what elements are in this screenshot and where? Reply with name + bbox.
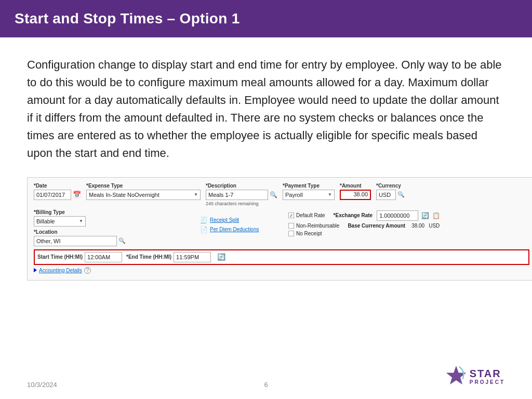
- form-row-1: *Date 01/07/2017 📅 *Expense Type Meals I…: [34, 183, 529, 206]
- copy-icon[interactable]: 📋: [432, 212, 440, 219]
- receipt-split-icon: 🧾: [200, 217, 208, 224]
- start-time-input[interactable]: 12:00AM: [85, 252, 122, 262]
- form-mockup: *Date 01/07/2017 📅 *Expense Type Meals I…: [27, 177, 532, 281]
- amount-input[interactable]: 38.00: [340, 190, 371, 200]
- no-receipt-checkbox[interactable]: [288, 231, 294, 236]
- payment-type-select[interactable]: Payroll: [283, 190, 335, 200]
- amount-field: *Amount 38.00: [340, 183, 371, 200]
- currency-search-icon[interactable]: 🔍: [397, 191, 405, 198]
- accounting-row: Accounting Details ?: [34, 267, 529, 274]
- receipt-split-link[interactable]: Receipt Split: [210, 217, 239, 223]
- billing-type-field: *Billing Type Billable: [34, 209, 195, 227]
- logo-star-label: STAR: [470, 368, 505, 379]
- default-rate-checkbox[interactable]: [288, 212, 294, 218]
- end-time-label: *End Time (HH:MI): [126, 254, 171, 260]
- expense-type-label: *Expense Type: [86, 183, 201, 189]
- currency-label: *Currency: [376, 183, 405, 189]
- accounting-link[interactable]: Accounting Details: [39, 268, 82, 273]
- logo-project-label: PROJECT: [470, 379, 505, 385]
- non-reimbursable-label: Non-Reimbursable: [296, 223, 339, 229]
- currency-input[interactable]: USD: [376, 190, 396, 200]
- date-input[interactable]: 01/07/2017: [34, 190, 71, 200]
- exchange-rate-input[interactable]: 1.00000000: [377, 210, 418, 221]
- footer: 10/3/2024 6 STAR PROJECT: [0, 364, 532, 389]
- logo-text: STAR PROJECT: [470, 368, 505, 385]
- payment-type-label: *Payment Type: [283, 183, 335, 189]
- time-refresh-icon[interactable]: 🔄: [217, 253, 225, 261]
- location-search-icon[interactable]: 🔍: [118, 237, 126, 244]
- calendar-icon[interactable]: 📅: [73, 191, 81, 198]
- non-reimbursable-checkbox[interactable]: [288, 223, 294, 229]
- date-label: *Date: [34, 183, 81, 189]
- refresh-icon[interactable]: 🔄: [421, 212, 429, 219]
- per-diem-icon: 📄: [200, 226, 208, 233]
- no-receipt-row: No Receipt: [288, 231, 529, 236]
- accounting-triangle-icon[interactable]: [34, 268, 37, 272]
- chars-remaining: 245 characters remaining: [206, 201, 277, 206]
- form-row-2: *Billing Type Billable *Location Other, …: [34, 209, 529, 246]
- base-currency-label: Base Currency Amount: [348, 223, 405, 229]
- star-icon: [444, 364, 469, 389]
- expense-type-select[interactable]: Meals In-State NoOvernight: [86, 190, 201, 200]
- exchange-rate-label: *Exchange Rate: [334, 212, 373, 218]
- page-header: Start and Stop Times – Option 1: [0, 0, 532, 37]
- start-time-label: Start Time (HH:MI): [37, 254, 83, 260]
- star-logo: STAR PROJECT: [444, 364, 505, 389]
- per-diem-row: 📄 Per Diem Deductions: [200, 226, 283, 233]
- description-input[interactable]: Meals 1-7: [206, 190, 268, 200]
- no-receipt-label: No Receipt: [296, 231, 322, 236]
- default-rate-row: Default Rate *Exchange Rate 1.00000000 🔄…: [288, 210, 529, 221]
- end-time-field: *End Time (HH:MI) 11:59PM: [126, 252, 211, 262]
- billing-type-select[interactable]: Billable: [34, 216, 86, 227]
- payment-type-field: *Payment Type Payroll: [283, 183, 335, 200]
- per-diem-link[interactable]: Per Diem Deductions: [210, 227, 259, 232]
- page-title: Start and Stop Times – Option 1: [15, 10, 240, 27]
- base-currency-value: 38.00: [411, 223, 424, 229]
- default-rate-label: Default Rate: [296, 212, 325, 218]
- currency-field: *Currency USD 🔍: [376, 183, 405, 200]
- start-end-time-row: Start Time (HH:MI) 12:00AM *End Time (HH…: [34, 249, 529, 265]
- amount-label: *Amount: [340, 183, 371, 189]
- date-field: *Date 01/07/2017 📅: [34, 183, 81, 200]
- location-input[interactable]: Other, WI: [34, 236, 117, 246]
- description-icon[interactable]: 🔍: [270, 191, 277, 198]
- description-paragraph: Configuration change to display start an…: [27, 56, 505, 163]
- billing-type-label: *Billing Type: [34, 209, 195, 215]
- footer-date: 10/3/2024: [27, 381, 57, 389]
- main-content: Configuration change to display start an…: [0, 37, 532, 291]
- highlight-box: Start Time (HH:MI) 12:00AM *End Time (HH…: [34, 249, 529, 265]
- description-field: *Description Meals 1-7 🔍 245 characters …: [206, 183, 277, 206]
- receipt-split-row: 🧾 Receipt Split: [200, 217, 283, 224]
- footer-page-number: 6: [264, 381, 268, 389]
- non-reimbursable-row: Non-Reimbursable Base Currency Amount 38…: [288, 223, 529, 229]
- base-currency-unit: USD: [429, 223, 440, 229]
- location-label: *Location: [34, 229, 195, 235]
- start-time-field: Start Time (HH:MI) 12:00AM: [37, 252, 122, 262]
- end-time-input[interactable]: 11:59PM: [174, 252, 211, 262]
- accounting-help-icon[interactable]: ?: [84, 267, 91, 274]
- location-field: *Location Other, WI 🔍: [34, 229, 195, 246]
- description-label: *Description: [206, 183, 277, 189]
- expense-type-field: *Expense Type Meals In-State NoOvernight: [86, 183, 201, 200]
